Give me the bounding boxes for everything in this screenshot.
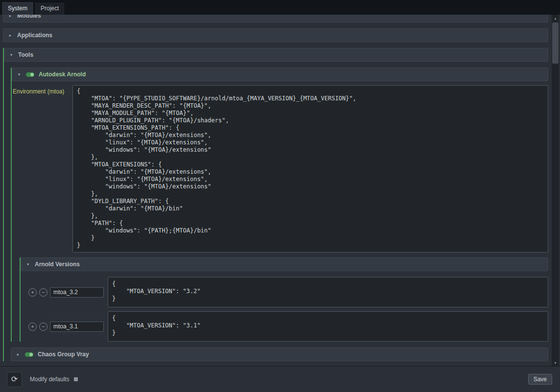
version-name-input[interactable] [50, 287, 104, 298]
tab-project[interactable]: Project [34, 2, 65, 15]
refresh-button[interactable]: ⟳ [7, 372, 22, 387]
tool-title-vray: Chaos Group Vray [38, 351, 89, 358]
modify-defaults-checkbox[interactable] [74, 377, 78, 381]
scrollbar-down-button[interactable]: ▼ [552, 359, 559, 366]
arnold-versions-group: ▾ Arnold Versions + − { "MTOA_VERSION": … [20, 257, 548, 342]
section-header-tools[interactable]: ▾ Tools [4, 48, 548, 62]
chevron-down-icon: ▾ [9, 53, 14, 57]
scrollbar-up-button[interactable]: ▲ [552, 15, 559, 22]
modify-defaults-label: Modify defaults [30, 376, 70, 383]
chevron-right-icon: ▸ [16, 352, 21, 357]
version-row-mtoa-3-2: + − { "MTOA_VERSION": "3.2" } [28, 277, 548, 307]
remove-version-button[interactable]: − [39, 288, 47, 297]
tool-header-arnold[interactable]: ▾ Autodesk Arnold [12, 68, 548, 81]
settings-window: System Project ▸ Modules ▸ Applications … [0, 0, 560, 392]
arnold-versions-body: + − { "MTOA_VERSION": "3.2" } + − [21, 277, 548, 342]
scrollbar-thumb[interactable] [552, 23, 559, 64]
refresh-icon: ⟳ [11, 375, 18, 383]
chevron-down-icon: ▾ [25, 262, 30, 267]
settings-scroll-area: ▸ Modules ▸ Applications ▾ Tools ▾ [0, 15, 560, 366]
section-tools: ▾ Tools ▾ Autodesk Arnold [3, 48, 548, 361]
environment-row: Environment (mtoa) { "MTOA": "{PYPE_STUD… [13, 85, 548, 253]
version-name-input[interactable] [50, 322, 104, 332]
scrollbar[interactable]: ▲ ▼ [552, 15, 559, 366]
section-header-arnold-versions[interactable]: ▾ Arnold Versions [21, 257, 548, 271]
environment-label: Environment (mtoa) [13, 85, 72, 253]
chevron-right-icon: ▸ [8, 15, 13, 18]
section-title-applications: Applications [17, 32, 52, 39]
chevron-down-icon: ▾ [17, 72, 22, 77]
vray-enabled-toggle[interactable] [25, 352, 33, 357]
tool-group-arnold: ▾ Autodesk Arnold Environment (mtoa) { "… [11, 68, 548, 342]
section-title-tools: Tools [18, 51, 33, 58]
section-title-arnold-versions: Arnold Versions [35, 261, 80, 268]
arnold-enabled-toggle[interactable] [26, 72, 34, 77]
chevron-right-icon: ▸ [8, 33, 13, 38]
tab-bar: System Project [0, 0, 560, 15]
version-json-editor[interactable]: { "MTOA_VERSION": "3.1" } [108, 311, 548, 342]
arnold-body: Environment (mtoa) { "MTOA": "{PYPE_STUD… [12, 85, 548, 342]
version-row-mtoa-3-1: + − { "MTOA_VERSION": "3.1" } [28, 311, 548, 342]
tool-header-vray[interactable]: ▸ Chaos Group Vray [11, 347, 548, 361]
version-json-editor[interactable]: { "MTOA_VERSION": "3.2" } [108, 277, 548, 307]
footer-bar: ⟳ Modify defaults Save [0, 366, 560, 392]
add-version-button[interactable]: + [28, 323, 37, 331]
tools-body: ▾ Autodesk Arnold Environment (mtoa) { "… [4, 68, 548, 361]
environment-json-editor[interactable]: { "MTOA": "{PYPE_STUDIO_SOFTWARE}/arnold… [72, 85, 548, 253]
section-title-modules: Modules [17, 15, 41, 19]
save-button[interactable]: Save [528, 374, 552, 385]
add-version-button[interactable]: + [28, 288, 37, 297]
settings-content: ▸ Modules ▸ Applications ▾ Tools ▾ [3, 15, 548, 366]
section-header-applications[interactable]: ▸ Applications [3, 28, 548, 42]
tab-system[interactable]: System [1, 1, 34, 15]
section-header-modules[interactable]: ▸ Modules [3, 15, 548, 23]
tool-title-arnold: Autodesk Arnold [39, 71, 86, 78]
remove-version-button[interactable]: − [39, 323, 47, 331]
